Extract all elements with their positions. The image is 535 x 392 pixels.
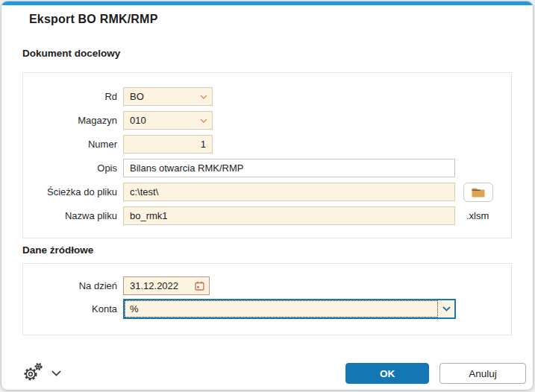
sciezka-input[interactable] — [123, 183, 455, 201]
nazwa-row: Nazwa pliku .xlsm — [23, 206, 511, 225]
magazyn-dropdown-value: 010 — [130, 115, 146, 126]
konta-input[interactable] — [125, 303, 437, 314]
opis-input[interactable] — [123, 159, 455, 177]
konta-focused-text-area[interactable] — [125, 300, 438, 317]
sciezka-row: Ścieżka do pliku — [23, 183, 511, 201]
rd-label: Rd — [23, 91, 117, 102]
calendar-icon[interactable] — [195, 281, 204, 291]
export-dialog: Eksport BO RMK/RMP Dokument docelowy Rd … — [1, 1, 534, 391]
file-extension-suffix: .xlsm — [466, 210, 489, 221]
magazyn-dropdown[interactable]: 010 — [123, 111, 213, 130]
numer-row: Numer — [23, 135, 511, 154]
folder-icon — [471, 186, 486, 198]
konta-combobox[interactable] — [123, 299, 456, 319]
konta-row: Konta — [23, 299, 511, 319]
opis-label: Opis — [23, 162, 117, 174]
dialog-title: Eksport BO RMK/RMP — [29, 13, 158, 26]
chevron-down-icon — [51, 370, 61, 376]
magazyn-label: Magazyn — [23, 115, 117, 126]
opis-row: Opis — [23, 159, 511, 177]
nazwa-input[interactable] — [123, 206, 455, 225]
settings-gears-icon — [22, 361, 45, 382]
na-dzien-row: Na dzień — [23, 276, 511, 295]
numer-label: Numer — [23, 139, 117, 150]
nazwa-label: Nazwa pliku — [23, 210, 117, 221]
konta-label: Konta — [23, 303, 117, 314]
chevron-down-icon — [200, 95, 207, 99]
rd-dropdown-value: BO — [130, 91, 144, 102]
rd-row: Rd BO — [23, 87, 511, 106]
magazyn-row: Magazyn 010 — [23, 111, 511, 130]
chevron-down-icon — [442, 306, 451, 312]
source-data-groupbox: Na dzień Konta — [22, 263, 512, 335]
sciezka-label: Ścieżka do pliku — [23, 186, 117, 197]
target-document-groupbox: Rd BO Magazyn 010 Numer Opis — [22, 72, 512, 238]
window-accent-bar — [1, 1, 533, 5]
rd-dropdown[interactable]: BO — [123, 87, 213, 106]
konta-dropdown-button[interactable] — [438, 300, 454, 317]
ok-button[interactable]: OK — [345, 363, 429, 384]
section-label-target-document: Dokument docelowy — [22, 48, 120, 59]
na-dzien-label: Na dzień — [23, 280, 117, 291]
section-label-source-data: Dane źródłowe — [22, 244, 93, 256]
numer-input[interactable] — [123, 135, 213, 154]
browse-folder-button[interactable] — [463, 183, 493, 202]
chevron-down-icon — [200, 118, 207, 123]
na-dzien-input[interactable] — [130, 280, 187, 291]
na-dzien-date-field[interactable] — [123, 276, 210, 295]
cancel-button[interactable]: Anuluj — [439, 363, 526, 384]
settings-menu-button[interactable] — [22, 361, 61, 382]
